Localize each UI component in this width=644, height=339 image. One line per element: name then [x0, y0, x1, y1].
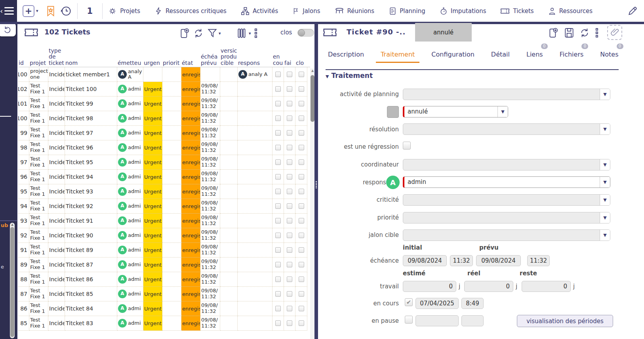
open-windows-count[interactable]: 1	[83, 6, 97, 16]
scroll-up-icon[interactable]: ▲	[10, 223, 15, 227]
periods-visualisation-button[interactable]: visualisation des périodes	[517, 315, 613, 327]
tab-description[interactable]: Description	[328, 48, 364, 58]
checkbox[interactable]	[275, 174, 281, 180]
travail-reste-input[interactable]: 0	[522, 281, 571, 292]
nav-activites[interactable]: Activités	[241, 7, 278, 15]
table-row[interactable]: 96Test Fixe 1InciderTitcket 94AadmiUrgen…	[18, 170, 310, 184]
chevron-down-icon[interactable]: ▼	[600, 124, 610, 134]
checkbox[interactable]	[287, 130, 292, 136]
checkbox[interactable]	[299, 247, 304, 253]
checkbox[interactable]	[275, 247, 281, 253]
column-header[interactable]: nom	[65, 42, 117, 67]
column-header[interactable]: émetteu	[117, 42, 143, 67]
checkbox[interactable]	[275, 101, 281, 106]
checkbox[interactable]	[275, 159, 281, 165]
closed-toggle[interactable]	[297, 29, 314, 37]
checkbox[interactable]	[287, 189, 292, 194]
tab-configuration[interactable]: Configuration	[431, 48, 474, 58]
table-row[interactable]: 98Test Fixe 1InciderTitcket 96AadmiUrgen…	[18, 140, 310, 155]
nav-ressources-critiques[interactable]: Ressources critiques	[154, 7, 227, 15]
checkbox[interactable]	[275, 218, 281, 223]
checkbox[interactable]	[275, 262, 281, 267]
nav-projets[interactable]: Projets	[108, 7, 140, 15]
checkbox[interactable]	[287, 203, 292, 209]
table-row[interactable]: 100Test Fixe 1InciderTitcket 98AadmiUrge…	[18, 111, 310, 126]
checkbox[interactable]	[275, 320, 281, 326]
add-ticket-icon[interactable]	[548, 27, 558, 38]
chevron-down-icon[interactable]: ▼	[600, 195, 610, 205]
checkbox[interactable]	[275, 145, 281, 150]
chevron-left-icon[interactable]: ‹	[0, 7, 3, 15]
column-header[interactable]: en cou	[272, 42, 284, 67]
jalon-select[interactable]: ▼	[403, 229, 610, 241]
checkbox[interactable]	[287, 277, 292, 282]
table-row[interactable]: 91Test Fixe 1InciderTitcket 89AadmiUrgen…	[18, 243, 310, 258]
criticite-select[interactable]: ▼	[403, 194, 610, 206]
table-row[interactable]: 87Test Fixe 1InciderTitcket 85AadmiUrgen…	[18, 287, 310, 301]
tab-fichiers[interactable]: Fichiers0	[560, 48, 584, 58]
table-row[interactable]: 99Test Fixe 1InciderTitcket 97AadmiUrgen…	[18, 126, 310, 140]
tickets-table-header[interactable]: idprojettype de ticketnomémetteuurgenpri…	[18, 42, 310, 67]
checkbox[interactable]	[299, 101, 304, 106]
table-row[interactable]: 101Test Fixe 1InciderTitcket 99AadmiUrge…	[18, 97, 310, 111]
rail-text-fragment-bottom[interactable]: e	[1, 264, 4, 270]
checkbox[interactable]	[299, 203, 304, 209]
checkbox[interactable]	[299, 145, 304, 150]
checkbox[interactable]	[299, 320, 304, 326]
table-row[interactable]: 95Test Fixe 1InciderTitcket 93AadmiUrgen…	[18, 184, 310, 199]
chevron-down-icon[interactable]: ▼	[600, 89, 610, 100]
travail-reel-input[interactable]: 0	[464, 281, 513, 292]
checkbox[interactable]	[287, 262, 292, 267]
table-row[interactable]: 88Test Fixe 1InciderTitcket 86AadmiUrgen…	[18, 272, 310, 287]
section-title[interactable]: ▼Traitement	[326, 72, 373, 80]
tab-traitement[interactable]: Traitement	[381, 48, 415, 58]
checkbox[interactable]	[287, 101, 292, 106]
column-header[interactable]: type de ticket	[48, 42, 65, 67]
checkbox[interactable]	[275, 291, 281, 297]
nav-reunions[interactable]: Réunions	[335, 7, 375, 15]
checkbox[interactable]	[275, 116, 281, 121]
table-row[interactable]: 85Test Fixe 1InciderTitcket 83AadmiUrgen…	[18, 316, 310, 331]
echeance-prevu-date-input[interactable]: 09/08/2024	[476, 255, 521, 266]
column-header[interactable]: fai	[284, 42, 295, 67]
nav-tickets[interactable]: Tickets	[500, 7, 533, 15]
table-row[interactable]: 86Test Fixe 1InciderTitcket 84AadmiUrgen…	[18, 301, 310, 316]
checkbox[interactable]	[287, 306, 292, 311]
resolution-select[interactable]: ▼	[403, 123, 610, 135]
checkbox[interactable]	[287, 247, 292, 253]
chevron-down-icon[interactable]: ▼	[497, 106, 508, 117]
refresh-icon[interactable]	[193, 28, 204, 39]
column-header[interactable]: id	[18, 42, 29, 67]
echeance-initial-date-input[interactable]: 09/08/2024	[403, 255, 447, 266]
encours-time-input[interactable]: 8:49	[461, 298, 484, 309]
table-row[interactable]: 93Test Fixe 1InciderTitcket 91AadmiUrgen…	[18, 214, 310, 228]
chevron-down-icon[interactable]: ▾	[36, 8, 38, 13]
chevron-down-icon[interactable]: ▼	[600, 212, 610, 223]
tab-liens[interactable]: Liens0	[526, 48, 543, 58]
checkbox[interactable]	[299, 174, 304, 180]
checkbox[interactable]	[299, 291, 304, 297]
splitter-grip-icon[interactable]	[316, 181, 317, 188]
checkbox[interactable]	[287, 72, 292, 77]
column-header[interactable]: urgen	[143, 42, 162, 67]
checkbox[interactable]	[287, 291, 292, 297]
chevron-down-icon[interactable]: ▼	[600, 177, 610, 187]
checkbox[interactable]	[275, 203, 281, 209]
checkbox[interactable]	[287, 320, 292, 326]
checkbox[interactable]	[287, 233, 292, 238]
coordinateur-select[interactable]: ▼	[403, 159, 610, 170]
chevron-down-icon[interactable]: ▼	[600, 159, 610, 170]
nav-imputations[interactable]: Imputations	[440, 7, 486, 15]
table-row[interactable]: 102Test Fixe 1InciderTitcket 100AadmiUrg…	[18, 82, 310, 97]
checkbox[interactable]	[299, 86, 304, 92]
chevron-down-icon[interactable]: ▾	[219, 31, 221, 36]
filter-icon[interactable]	[207, 28, 217, 39]
undo-button[interactable]	[0, 23, 16, 36]
priorite-select[interactable]: ▼	[403, 212, 610, 223]
checkbox[interactable]	[299, 159, 304, 165]
column-header[interactable]: état	[181, 42, 200, 67]
nav-ressources[interactable]: Ressources	[548, 7, 593, 15]
checkbox[interactable]	[287, 218, 292, 223]
activite-select[interactable]: ▼	[403, 89, 610, 100]
table-row[interactable]: 92Test Fixe 1InciderTitcket 90AadmiUrgen…	[18, 228, 310, 243]
